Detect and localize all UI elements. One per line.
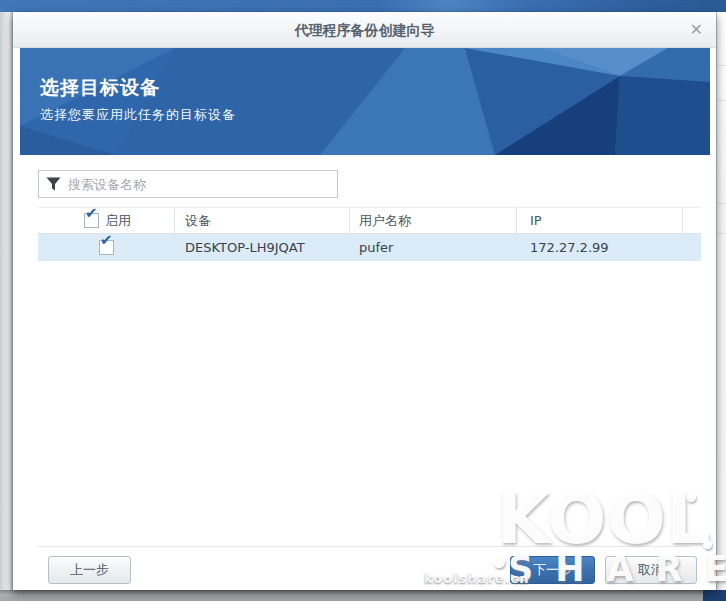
- close-icon[interactable]: ✕: [690, 12, 703, 48]
- background-line: [717, 65, 726, 66]
- header-user[interactable]: 用户名称: [350, 207, 517, 234]
- device-search-box[interactable]: [38, 170, 338, 198]
- row-ip-cell: 172.27.2.99: [517, 234, 683, 261]
- back-button[interactable]: 上一步: [48, 556, 131, 584]
- header-enable[interactable]: ✔ 启用: [38, 207, 175, 234]
- cancel-button[interactable]: 取消: [605, 556, 697, 584]
- device-name: DESKTOP-LH9JQAT: [185, 240, 305, 255]
- desktop-background-top: [0, 0, 726, 12]
- dialog-titlebar[interactable]: 代理程序备份创建向导 ✕: [13, 12, 716, 48]
- background-window-edge: [716, 12, 726, 601]
- user-name: pufer: [359, 240, 393, 255]
- next-button-label: 下一步: [533, 561, 572, 579]
- background-line: [717, 100, 726, 101]
- row-checkbox[interactable]: ✔: [99, 240, 114, 255]
- device-table: ✔ 启用 设备 用户名称 IP ✔ DESKTOP-LH9JQAT: [38, 207, 701, 261]
- row-enable-cell: ✔: [38, 234, 175, 261]
- next-button[interactable]: 下一步: [510, 556, 595, 584]
- header-device[interactable]: 设备: [175, 207, 350, 234]
- dialog-title: 代理程序备份创建向导: [13, 12, 716, 48]
- row-device-cell: DESKTOP-LH9JQAT: [175, 234, 350, 261]
- table-row[interactable]: ✔ DESKTOP-LH9JQAT pufer 172.27.2.99: [38, 234, 701, 261]
- header-device-label: 设备: [185, 212, 211, 230]
- back-button-label: 上一步: [70, 561, 109, 579]
- wizard-dialog: 代理程序备份创建向导 ✕ 选择目标设备 选择您要应用此任务的目标设备: [13, 12, 716, 590]
- background-window-corner: [703, 590, 726, 601]
- table-header-row[interactable]: ✔ 启用 设备 用户名称 IP: [38, 207, 701, 234]
- banner-polygon-art: [20, 48, 710, 155]
- desktop-background-bottom: [0, 590, 726, 601]
- header-ip-label: IP: [530, 213, 542, 228]
- wizard-banner: 选择目标设备 选择您要应用此任务的目标设备: [20, 48, 710, 155]
- step-title: 选择目标设备: [40, 75, 160, 101]
- header-enable-label: 启用: [105, 212, 131, 230]
- header-user-label: 用户名称: [359, 212, 411, 230]
- row-filler: [683, 234, 701, 261]
- filter-icon: [46, 177, 61, 191]
- background-line: [717, 203, 726, 204]
- select-all-checkbox[interactable]: ✔: [84, 213, 99, 228]
- search-input[interactable]: [68, 177, 330, 192]
- header-filler: [683, 207, 701, 234]
- desktop-background-left: [0, 12, 13, 601]
- cancel-button-label: 取消: [638, 561, 664, 579]
- footer-divider: [38, 546, 691, 547]
- header-ip[interactable]: IP: [517, 207, 683, 234]
- ip-address: 172.27.2.99: [530, 240, 609, 255]
- background-line: [717, 233, 726, 234]
- check-icon: ✔: [85, 206, 98, 221]
- row-user-cell: pufer: [350, 234, 517, 261]
- step-subtitle: 选择您要应用此任务的目标设备: [40, 106, 236, 124]
- check-icon: ✔: [100, 233, 113, 248]
